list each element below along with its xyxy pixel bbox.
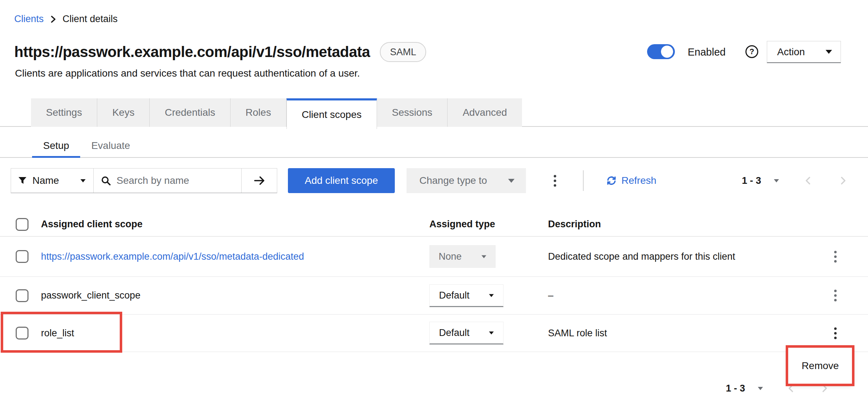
context-menu: Remove — [788, 348, 852, 384]
pagination-bottom-dropdown[interactable]: 1 - 3 — [726, 376, 764, 399]
chevron-down-icon — [489, 331, 494, 334]
assigned-type-dropdown[interactable]: None — [429, 245, 496, 268]
kebab-icon — [834, 327, 837, 339]
row-description: – — [548, 277, 553, 314]
chevron-down-icon — [481, 255, 486, 258]
table-row: https://passwork.example.com/api/v1/sso/… — [0, 237, 868, 277]
row-checkbox[interactable] — [16, 327, 29, 340]
column-header-assigned-type: Assigned type — [429, 219, 495, 230]
tab-credentials[interactable]: Credentials — [150, 98, 231, 127]
breadcrumb-current: Client details — [63, 14, 118, 25]
chevron-down-icon — [774, 179, 779, 182]
row-checkbox[interactable] — [16, 289, 29, 302]
refresh-button[interactable]: Refresh — [606, 168, 656, 193]
assigned-type-value: Default — [439, 327, 470, 338]
chevron-down-icon — [758, 387, 763, 390]
column-header-assigned-client-scope: Assigned client scope — [41, 219, 143, 230]
column-header-description: Description — [548, 219, 601, 230]
table-row: role_list Default SAML role list — [0, 315, 868, 352]
table-header-row: Assigned client scope Assigned type Desc… — [0, 214, 868, 237]
subtab-setup[interactable]: Setup — [32, 136, 80, 158]
row-description: SAML role list — [548, 315, 607, 352]
filter-type-dropdown[interactable]: Name — [11, 169, 94, 193]
subtab-evaluate[interactable]: Evaluate — [80, 136, 141, 158]
context-menu-item-remove[interactable]: Remove — [802, 360, 839, 372]
row-kebab-button[interactable] — [828, 315, 842, 352]
breadcrumb-link-clients[interactable]: Clients — [14, 14, 44, 25]
client-details-page: Clients Client details https://passwork.… — [0, 0, 868, 399]
client-scope-name: role_list — [41, 328, 74, 339]
toggle-knob — [661, 46, 673, 58]
search-submit-button[interactable] — [241, 169, 277, 193]
refresh-icon — [606, 175, 617, 186]
tab-sessions[interactable]: Sessions — [377, 98, 448, 127]
breadcrumb-chevron-icon — [50, 15, 56, 24]
pagination-prev-button[interactable] — [801, 168, 815, 193]
refresh-label: Refresh — [621, 175, 656, 186]
page-subtitle: Clients are applications and services th… — [15, 68, 360, 79]
chevron-down-icon — [508, 179, 515, 183]
search-toolbar-group: Name — [11, 168, 277, 193]
enabled-toggle[interactable] — [647, 44, 675, 59]
pagination-top-dropdown[interactable]: 1 - 3 — [742, 168, 780, 193]
tab-client-scopes[interactable]: Client scopes — [286, 98, 377, 129]
search-input[interactable] — [117, 175, 234, 186]
breadcrumb: Clients Client details — [14, 14, 118, 25]
search-box — [94, 169, 241, 193]
toolbar-divider — [583, 170, 584, 191]
client-scope-link[interactable]: https://passwork.example.com/api/v1/sso/… — [41, 251, 304, 262]
chevron-down-icon — [81, 179, 86, 182]
change-type-dropdown[interactable]: Change type to — [407, 168, 526, 193]
add-client-scope-button[interactable]: Add client scope — [288, 168, 395, 193]
select-all-checkbox[interactable] — [16, 218, 29, 231]
assigned-type-value: None — [439, 251, 462, 262]
assigned-type-value: Default — [439, 290, 470, 301]
pagination-range: 1 - 3 — [742, 175, 761, 186]
filter-type-label: Name — [32, 175, 59, 186]
pagination-range: 1 - 3 — [726, 383, 745, 394]
tab-roles[interactable]: Roles — [231, 98, 286, 127]
client-scope-name: passwork_client_scope — [41, 290, 140, 301]
row-description: Dedicated scope and mappers for this cli… — [548, 237, 735, 276]
tab-keys[interactable]: Keys — [97, 98, 150, 127]
row-checkbox[interactable] — [16, 250, 29, 263]
action-dropdown-label: Action — [777, 46, 805, 58]
pagination-next-button[interactable] — [836, 168, 850, 193]
subtab-bar: Setup Evaluate — [32, 136, 141, 158]
protocol-badge: SAML — [380, 42, 426, 62]
row-kebab-button[interactable] — [828, 277, 842, 314]
title-row: https://passwork.example.com/api/v1/sso/… — [14, 42, 426, 62]
chevron-down-icon — [826, 50, 832, 54]
table-row: passwork_client_scope Default – — [0, 277, 868, 315]
help-icon[interactable]: ? — [745, 45, 758, 58]
tab-advanced[interactable]: Advanced — [448, 98, 522, 127]
assigned-type-dropdown[interactable]: Default — [429, 284, 503, 307]
chevron-down-icon — [489, 294, 494, 297]
tab-bar: Settings Keys Credentials Roles Client s… — [31, 98, 522, 127]
search-icon — [101, 176, 111, 186]
tab-settings[interactable]: Settings — [31, 98, 97, 127]
kebab-icon — [834, 290, 837, 301]
row-kebab-button[interactable] — [828, 237, 842, 276]
kebab-icon — [834, 251, 837, 263]
filter-icon — [18, 177, 27, 185]
toolbar-kebab-button[interactable] — [546, 168, 564, 193]
assigned-type-dropdown[interactable]: Default — [429, 322, 503, 344]
change-type-label: Change type to — [419, 175, 487, 186]
action-dropdown[interactable]: Action — [767, 41, 841, 63]
enabled-label: Enabled — [688, 46, 725, 58]
arrow-right-icon — [253, 175, 265, 186]
page-title: https://passwork.example.com/api/v1/sso/… — [14, 43, 370, 61]
kebab-icon — [554, 175, 556, 187]
